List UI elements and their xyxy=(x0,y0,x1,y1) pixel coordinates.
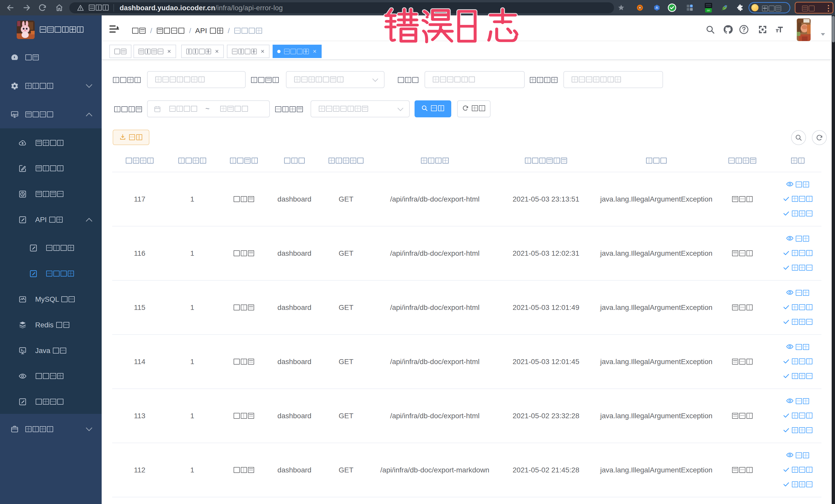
svg-text:on: on xyxy=(707,9,710,12)
